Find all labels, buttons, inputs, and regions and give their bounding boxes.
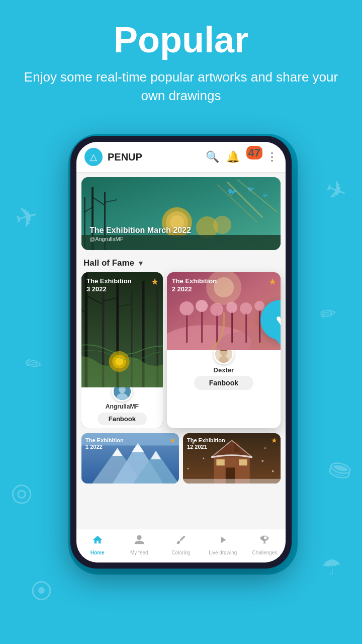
nav-home[interactable]: Home <box>76 534 118 555</box>
svg-point-35 <box>117 393 128 401</box>
home-icon <box>92 534 103 548</box>
svg-rect-43 <box>216 313 218 343</box>
section-dropdown-icon: ▼ <box>137 259 144 267</box>
nav-challenges-label: Challenges <box>252 550 277 555</box>
svg-point-5 <box>213 216 231 234</box>
card-right-username-label: Dexter <box>214 366 234 374</box>
bottom-navigation: Home My feed <box>76 529 286 562</box>
app-name-label: PENUP <box>108 151 201 163</box>
cards-row: ★ The Exhibition 3 2022 <box>76 272 286 428</box>
card-right-fanbook-button[interactable]: Fanbook <box>194 376 253 390</box>
svg-point-40 <box>179 301 194 315</box>
svg-point-74 <box>264 447 266 449</box>
card-left-title: The Exhibition 3 2022 <box>86 277 132 293</box>
nav-coloring-label: Coloring <box>171 550 190 555</box>
card-art-background: ★ The Exhibition 3 2022 <box>81 272 163 387</box>
svg-point-48 <box>240 302 252 314</box>
card-exhibition-1[interactable]: ★ The Exhibition 1 2022 <box>81 433 179 484</box>
bottom-card-2-star: ★ <box>271 436 278 444</box>
svg-point-76 <box>261 460 263 462</box>
notification-badge: 47 <box>246 146 262 159</box>
svg-point-42 <box>196 300 208 312</box>
svg-rect-70 <box>216 459 224 465</box>
svg-point-78 <box>272 470 274 472</box>
svg-point-44 <box>210 303 223 316</box>
card-username-label: AngrullaMF <box>106 403 139 410</box>
logo-triangle-icon: △ <box>90 151 97 163</box>
svg-rect-41 <box>201 310 203 343</box>
section-title: Hall of Fame <box>83 258 134 268</box>
svg-rect-45 <box>231 311 233 343</box>
card-exhibition-2[interactable]: ★ The Exhibition 2 2022 <box>167 272 281 428</box>
card-bookmark-icon: ★ <box>151 276 159 287</box>
more-menu-icon[interactable]: ⋮ <box>266 150 278 164</box>
header: Popular Enjoy some real-time popular art… <box>0 0 362 115</box>
svg-rect-47 <box>245 312 247 343</box>
bottom-card-1-star: ★ <box>169 436 176 444</box>
section-header[interactable]: Hall of Fame ▼ <box>76 254 286 272</box>
nav-challenges[interactable]: Challenges <box>244 534 286 555</box>
nav-live-drawing-label: Live drawing <box>209 550 237 555</box>
banner-author: @AngrullaMF <box>89 236 191 242</box>
page-title: Popular <box>20 20 342 60</box>
exhibition-banner[interactable]: 🐦 🐦 🐦 <box>81 177 281 250</box>
my-feed-icon <box>134 534 145 548</box>
coloring-icon <box>175 534 187 548</box>
heart-icon: ♥ <box>276 311 281 330</box>
app-bar-actions: 🔍 🔔 47 ⋮ <box>206 150 278 164</box>
search-icon[interactable]: 🔍 <box>206 150 219 164</box>
nav-live-drawing[interactable]: Live drawing <box>202 534 244 555</box>
svg-point-77 <box>188 468 189 469</box>
banner-text: The Exhibition March 2022 @AngrullaMF <box>89 225 191 242</box>
phone-screen: △ PENUP 🔍 🔔 47 ⋮ <box>76 142 286 562</box>
card-exhibition-3[interactable]: ★ The Exhibition 3 2022 <box>81 272 163 428</box>
phone-mockup: △ PENUP 🔍 🔔 47 ⋮ <box>70 136 292 569</box>
nav-my-feed-label: My feed <box>130 550 148 555</box>
svg-rect-39 <box>186 312 188 343</box>
banner-title: The Exhibition March 2022 <box>89 225 191 235</box>
nav-home-label: Home <box>90 550 105 555</box>
svg-text:🐦: 🐦 <box>262 192 269 199</box>
card-right-user-section: Dexter Fanbook <box>167 350 281 396</box>
svg-rect-71 <box>239 459 247 465</box>
nav-my-feed[interactable]: My feed <box>118 534 160 555</box>
phone-shell: △ PENUP 🔍 🔔 47 ⋮ <box>70 136 292 569</box>
card-right-bookmark-icon: ★ <box>268 276 277 287</box>
bottom-card-2-title: The Exhibition 12 2021 <box>187 437 225 450</box>
live-drawing-icon <box>217 534 228 548</box>
card-user-section: AngrullaMF Fanbook <box>81 387 163 428</box>
bottom-cards-row: ★ The Exhibition 1 2022 <box>76 428 286 484</box>
page-subtitle: Enjoy some real-time popular artworks an… <box>20 68 342 105</box>
svg-rect-72 <box>183 479 281 484</box>
card-exhibition-12[interactable]: ★ The Exhibition 12 2021 <box>183 433 281 484</box>
svg-rect-49 <box>259 310 260 343</box>
fanbook-button[interactable]: Fanbook <box>98 413 147 425</box>
app-bar: △ PENUP 🔍 🔔 47 ⋮ <box>76 142 286 172</box>
card-right-title: The Exhibition 2 2022 <box>172 277 217 293</box>
app-logo: △ <box>84 148 103 166</box>
nav-coloring[interactable]: Coloring <box>160 534 202 555</box>
challenges-icon <box>259 534 270 548</box>
svg-point-75 <box>203 457 204 459</box>
bottom-card-1-title: The Exhibition 1 2022 <box>85 437 124 450</box>
notification-bell-icon[interactable]: 🔔 47 <box>226 150 259 164</box>
svg-point-55 <box>219 356 228 363</box>
